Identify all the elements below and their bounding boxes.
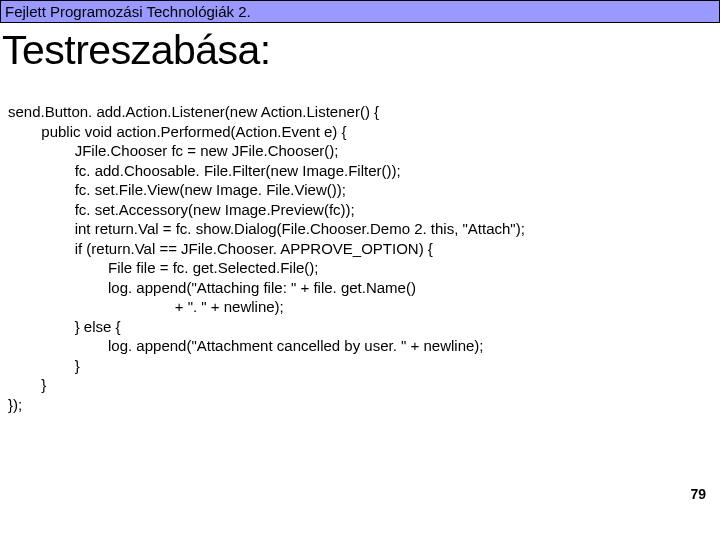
code-line: public void action.Performed(Action.Even…: [8, 122, 712, 142]
code-line: int return.Val = fc. show.Dialog(File.Ch…: [8, 219, 712, 239]
header-title: Fejlett Programozási Technológiák 2.: [5, 3, 251, 20]
code-line: }: [8, 356, 712, 376]
code-line: + ". " + newline);: [8, 297, 712, 317]
code-line: }: [8, 375, 712, 395]
code-line: send.Button. add.Action.Listener(new Act…: [8, 102, 712, 122]
code-line: });: [8, 395, 712, 415]
code-line: if (return.Val == JFile.Chooser. APPROVE…: [8, 239, 712, 259]
page-number: 79: [690, 486, 706, 502]
code-line: fc. set.File.View(new Image. File.View()…: [8, 180, 712, 200]
header-bar: Fejlett Programozási Technológiák 2.: [0, 0, 720, 23]
code-line: fc. add.Choosable. File.Filter(new Image…: [8, 161, 712, 181]
slide-title: Testreszabása:: [0, 23, 720, 92]
code-block: send.Button. add.Action.Listener(new Act…: [0, 92, 720, 414]
code-line: File file = fc. get.Selected.File();: [8, 258, 712, 278]
code-line: log. append("Attaching file: " + file. g…: [8, 278, 712, 298]
code-line: log. append("Attachment cancelled by use…: [8, 336, 712, 356]
code-line: JFile.Chooser fc = new JFile.Chooser();: [8, 141, 712, 161]
code-line: fc. set.Accessory(new Image.Preview(fc))…: [8, 200, 712, 220]
code-line: } else {: [8, 317, 712, 337]
